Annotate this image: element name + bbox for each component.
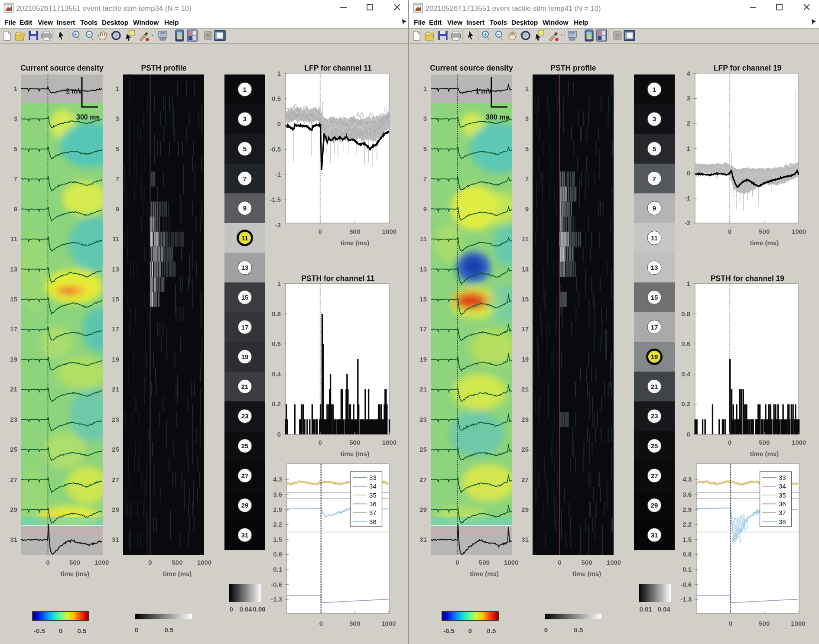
svg-text:3: 3 — [423, 115, 427, 122]
svg-text:Desktop: Desktop — [511, 19, 538, 26]
svg-text:Help: Help — [574, 19, 588, 26]
svg-text:7: 7 — [116, 175, 119, 182]
svg-text:-1: -1 — [275, 171, 281, 178]
svg-text:23: 23 — [521, 416, 529, 423]
svg-text:21: 21 — [112, 385, 119, 393]
svg-text:0.8: 0.8 — [273, 550, 282, 558]
svg-text:25: 25 — [241, 442, 249, 450]
svg-text:-2: -2 — [685, 219, 690, 227]
svg-text:29: 29 — [651, 502, 658, 509]
svg-text:0.5: 0.5 — [272, 95, 281, 102]
svg-text:1 mV: 1 mV — [475, 87, 492, 95]
svg-text:1000: 1000 — [792, 439, 806, 446]
svg-text:Desktop: Desktop — [102, 19, 128, 26]
svg-text:9: 9 — [243, 204, 247, 212]
svg-text:0: 0 — [687, 430, 690, 438]
svg-text:37: 37 — [779, 509, 786, 516]
svg-text:19: 19 — [241, 353, 249, 360]
svg-text:4.3: 4.3 — [682, 476, 692, 483]
svg-text:36: 36 — [779, 500, 786, 508]
svg-text:33: 33 — [779, 474, 786, 481]
svg-text:0.4: 0.4 — [272, 370, 281, 378]
svg-text:9: 9 — [14, 205, 17, 213]
svg-text:38: 38 — [369, 518, 377, 525]
svg-text:13: 13 — [419, 265, 427, 273]
svg-text:0: 0 — [148, 559, 152, 566]
svg-text:3: 3 — [687, 94, 690, 102]
svg-text:-1.3: -1.3 — [680, 595, 692, 603]
svg-text:-1: -1 — [685, 194, 690, 202]
svg-text:15: 15 — [521, 295, 529, 303]
svg-text:13: 13 — [10, 265, 17, 273]
svg-text:1.5: 1.5 — [273, 536, 282, 543]
svg-text:7: 7 — [243, 175, 247, 182]
svg-text:500: 500 — [69, 559, 80, 566]
svg-text:300 ms: 300 ms — [76, 113, 100, 121]
svg-text:17: 17 — [241, 324, 249, 331]
svg-text:time (ms): time (ms) — [163, 570, 192, 577]
svg-text:1: 1 — [14, 85, 17, 92]
svg-text:15: 15 — [10, 295, 17, 303]
svg-text:time (ms): time (ms) — [340, 239, 369, 246]
svg-text:0.04: 0.04 — [657, 605, 670, 613]
svg-text:0: 0 — [455, 559, 459, 566]
svg-text:500: 500 — [172, 559, 182, 566]
svg-text:3: 3 — [116, 115, 119, 122]
svg-text:19: 19 — [521, 356, 529, 363]
svg-text:17: 17 — [651, 324, 658, 331]
svg-text:0: 0 — [277, 120, 281, 127]
svg-text:-0.6: -0.6 — [680, 581, 692, 588]
svg-text:23: 23 — [651, 412, 658, 420]
svg-text:Current source density: Current source density — [430, 64, 513, 72]
svg-text:11: 11 — [522, 235, 529, 243]
svg-text:11: 11 — [651, 234, 658, 242]
svg-text:5: 5 — [243, 145, 247, 152]
svg-text:0: 0 — [728, 228, 731, 235]
svg-text:4: 4 — [687, 70, 691, 77]
svg-text:27: 27 — [10, 476, 17, 483]
svg-text:9: 9 — [653, 204, 656, 212]
svg-text:3: 3 — [243, 115, 247, 123]
svg-text:0: 0 — [277, 430, 281, 438]
svg-text:2.2: 2.2 — [682, 521, 692, 528]
svg-text:time (ms): time (ms) — [750, 450, 779, 457]
svg-text:PSTH profile: PSTH profile — [141, 64, 186, 72]
svg-text:17: 17 — [112, 325, 119, 333]
svg-text:300 ms: 300 ms — [486, 113, 509, 121]
svg-text:1: 1 — [243, 86, 247, 93]
svg-text:13: 13 — [651, 264, 658, 271]
svg-text:0.6: 0.6 — [272, 340, 281, 347]
svg-text:38: 38 — [779, 518, 786, 525]
svg-text:23: 23 — [10, 416, 17, 423]
svg-text:500: 500 — [349, 228, 360, 235]
svg-text:13: 13 — [521, 265, 529, 273]
svg-text:View: View — [447, 19, 463, 26]
svg-text:1.5: 1.5 — [682, 536, 692, 543]
svg-text:33: 33 — [369, 474, 377, 481]
svg-text:-1.5: -1.5 — [270, 196, 281, 203]
svg-text:36: 36 — [369, 500, 377, 508]
svg-text:0.1: 0.1 — [273, 566, 282, 573]
svg-text:0: 0 — [319, 620, 323, 627]
svg-text:1: 1 — [687, 145, 690, 152]
svg-text:0.6: 0.6 — [681, 340, 690, 347]
svg-text:1: 1 — [423, 85, 427, 92]
svg-text:Edit: Edit — [429, 19, 442, 26]
svg-text:0.1: 0.1 — [682, 566, 692, 573]
svg-text:0: 0 — [46, 559, 49, 566]
svg-text:5: 5 — [525, 145, 529, 152]
svg-text:0: 0 — [728, 439, 731, 446]
svg-text:27: 27 — [419, 476, 427, 483]
svg-text:2.9: 2.9 — [682, 506, 692, 513]
svg-text:0.8: 0.8 — [272, 310, 281, 317]
svg-text:29: 29 — [521, 506, 529, 513]
svg-text:31: 31 — [651, 531, 658, 539]
svg-text:17: 17 — [10, 325, 17, 333]
svg-text:LFP for channel 19: LFP for channel 19 — [714, 64, 782, 72]
svg-text:23: 23 — [419, 416, 427, 423]
svg-text:7: 7 — [653, 175, 656, 182]
svg-text:time (ms): time (ms) — [470, 570, 499, 577]
svg-text:31: 31 — [10, 536, 17, 543]
svg-text:0.08: 0.08 — [253, 605, 265, 613]
svg-text:2.9: 2.9 — [273, 506, 282, 513]
